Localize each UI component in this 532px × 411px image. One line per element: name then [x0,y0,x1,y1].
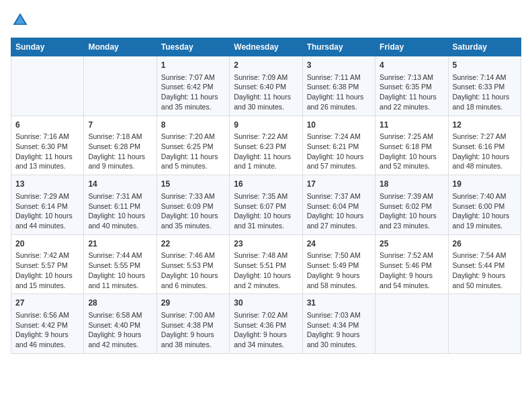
day-cell: 26Sunrise: 7:54 AM Sunset: 5:44 PM Dayli… [448,234,521,294]
day-number: 26 [453,238,517,250]
day-content: Sunrise: 7:46 AM Sunset: 5:53 PM Dayligh… [161,250,225,290]
day-number: 7 [88,120,152,131]
day-content: Sunrise: 7:33 AM Sunset: 6:09 PM Dayligh… [161,191,225,231]
day-content: Sunrise: 7:11 AM Sunset: 6:38 PM Dayligh… [307,73,371,112]
day-number: 20 [15,238,79,250]
day-content: Sunrise: 7:50 AM Sunset: 5:49 PM Dayligh… [307,250,371,290]
header-cell-monday: Monday [84,38,157,56]
header-cell-sunday: Sunday [11,38,84,56]
day-number: 27 [15,298,79,309]
day-content: Sunrise: 7:40 AM Sunset: 6:00 PM Dayligh… [453,191,517,231]
day-cell: 16Sunrise: 7:35 AM Sunset: 6:07 PM Dayli… [230,175,302,235]
day-number: 31 [307,298,371,309]
day-cell: 17Sunrise: 7:37 AM Sunset: 6:04 PM Dayli… [302,175,375,235]
day-cell: 7Sunrise: 7:18 AM Sunset: 6:28 PM Daylig… [84,116,157,175]
header-cell-wednesday: Wednesday [230,38,302,56]
day-cell: 13Sunrise: 7:29 AM Sunset: 6:14 PM Dayli… [11,175,84,235]
day-cell: 15Sunrise: 7:33 AM Sunset: 6:09 PM Dayli… [157,175,229,235]
week-row-4: 20Sunrise: 7:42 AM Sunset: 5:57 PM Dayli… [11,234,521,294]
day-cell: 11Sunrise: 7:25 AM Sunset: 6:18 PM Dayli… [375,116,448,175]
day-content: Sunrise: 7:00 AM Sunset: 4:38 PM Dayligh… [161,310,225,350]
day-cell [375,294,448,354]
day-content: Sunrise: 7:07 AM Sunset: 6:42 PM Dayligh… [161,73,225,112]
day-content: Sunrise: 7:42 AM Sunset: 5:57 PM Dayligh… [15,250,79,290]
header-cell-tuesday: Tuesday [157,38,229,56]
day-content: Sunrise: 7:54 AM Sunset: 5:44 PM Dayligh… [453,250,517,290]
day-content: Sunrise: 7:18 AM Sunset: 6:28 PM Dayligh… [88,132,152,171]
day-content: Sunrise: 7:16 AM Sunset: 6:30 PM Dayligh… [15,132,79,171]
day-content: Sunrise: 7:35 AM Sunset: 6:07 PM Dayligh… [234,191,298,231]
day-number: 9 [234,120,298,131]
day-cell [448,294,521,354]
day-cell [84,56,157,116]
week-row-2: 6Sunrise: 7:16 AM Sunset: 6:30 PM Daylig… [11,116,521,175]
week-row-3: 13Sunrise: 7:29 AM Sunset: 6:14 PM Dayli… [11,175,521,235]
day-cell [11,56,84,116]
day-content: Sunrise: 7:02 AM Sunset: 4:36 PM Dayligh… [234,310,298,350]
day-cell: 22Sunrise: 7:46 AM Sunset: 5:53 PM Dayli… [157,234,229,294]
day-content: Sunrise: 7:29 AM Sunset: 6:14 PM Dayligh… [15,191,79,231]
day-number: 24 [307,238,371,250]
day-number: 29 [161,298,225,309]
day-number: 22 [161,238,225,250]
week-row-5: 27Sunrise: 6:56 AM Sunset: 4:42 PM Dayli… [11,294,521,354]
day-content: Sunrise: 7:44 AM Sunset: 5:55 PM Dayligh… [88,250,152,290]
logo-icon [11,11,30,30]
logo [11,11,32,30]
day-content: Sunrise: 7:48 AM Sunset: 5:51 PM Dayligh… [234,250,298,290]
day-number: 4 [380,60,443,71]
day-content: Sunrise: 7:03 AM Sunset: 4:34 PM Dayligh… [307,310,371,350]
day-content: Sunrise: 7:39 AM Sunset: 6:02 PM Dayligh… [380,191,443,231]
day-number: 14 [88,179,152,190]
day-cell: 24Sunrise: 7:50 AM Sunset: 5:49 PM Dayli… [302,234,375,294]
day-cell: 10Sunrise: 7:24 AM Sunset: 6:21 PM Dayli… [302,116,375,175]
day-cell: 5Sunrise: 7:14 AM Sunset: 6:33 PM Daylig… [448,56,521,116]
day-number: 1 [161,60,225,71]
day-number: 12 [453,120,517,131]
day-number: 5 [453,60,517,71]
day-number: 16 [234,179,298,190]
day-cell: 30Sunrise: 7:02 AM Sunset: 4:36 PM Dayli… [230,294,302,354]
day-content: Sunrise: 7:27 AM Sunset: 6:16 PM Dayligh… [453,132,517,171]
day-content: Sunrise: 6:58 AM Sunset: 4:40 PM Dayligh… [88,310,152,350]
day-number: 21 [88,238,152,250]
day-cell: 14Sunrise: 7:31 AM Sunset: 6:11 PM Dayli… [84,175,157,235]
day-content: Sunrise: 7:14 AM Sunset: 6:33 PM Dayligh… [453,73,517,112]
header-cell-saturday: Saturday [448,38,521,56]
day-cell: 29Sunrise: 7:00 AM Sunset: 4:38 PM Dayli… [157,294,229,354]
day-content: Sunrise: 7:24 AM Sunset: 6:21 PM Dayligh… [307,132,371,171]
day-cell: 8Sunrise: 7:20 AM Sunset: 6:25 PM Daylig… [157,116,229,175]
day-number: 30 [234,298,298,309]
header-cell-friday: Friday [375,38,448,56]
day-cell: 9Sunrise: 7:22 AM Sunset: 6:23 PM Daylig… [230,116,302,175]
day-content: Sunrise: 7:20 AM Sunset: 6:25 PM Dayligh… [161,132,225,171]
calendar-table: SundayMondayTuesdayWednesdayThursdayFrid… [11,38,521,354]
day-cell: 23Sunrise: 7:48 AM Sunset: 5:51 PM Dayli… [230,234,302,294]
day-cell: 18Sunrise: 7:39 AM Sunset: 6:02 PM Dayli… [375,175,448,235]
day-cell: 28Sunrise: 6:58 AM Sunset: 4:40 PM Dayli… [84,294,157,354]
day-number: 15 [161,179,225,190]
day-number: 2 [234,60,298,71]
day-cell: 3Sunrise: 7:11 AM Sunset: 6:38 PM Daylig… [302,56,375,116]
day-content: Sunrise: 7:09 AM Sunset: 6:40 PM Dayligh… [234,73,298,112]
day-cell: 31Sunrise: 7:03 AM Sunset: 4:34 PM Dayli… [302,294,375,354]
day-number: 25 [380,238,443,250]
day-content: Sunrise: 7:37 AM Sunset: 6:04 PM Dayligh… [307,191,371,231]
day-cell: 4Sunrise: 7:13 AM Sunset: 6:35 PM Daylig… [375,56,448,116]
day-cell: 1Sunrise: 7:07 AM Sunset: 6:42 PM Daylig… [157,56,229,116]
day-number: 10 [307,120,371,131]
day-content: Sunrise: 7:13 AM Sunset: 6:35 PM Dayligh… [380,73,443,112]
day-cell: 25Sunrise: 7:52 AM Sunset: 5:46 PM Dayli… [375,234,448,294]
day-cell: 12Sunrise: 7:27 AM Sunset: 6:16 PM Dayli… [448,116,521,175]
day-number: 28 [88,298,152,309]
day-cell: 27Sunrise: 6:56 AM Sunset: 4:42 PM Dayli… [11,294,84,354]
day-cell: 19Sunrise: 7:40 AM Sunset: 6:00 PM Dayli… [448,175,521,235]
day-content: Sunrise: 7:31 AM Sunset: 6:11 PM Dayligh… [88,191,152,231]
week-row-1: 1Sunrise: 7:07 AM Sunset: 6:42 PM Daylig… [11,56,521,116]
day-number: 23 [234,238,298,250]
day-content: Sunrise: 7:25 AM Sunset: 6:18 PM Dayligh… [380,132,443,171]
header-cell-thursday: Thursday [302,38,375,56]
day-content: Sunrise: 7:52 AM Sunset: 5:46 PM Dayligh… [380,250,443,290]
day-cell: 6Sunrise: 7:16 AM Sunset: 6:30 PM Daylig… [11,116,84,175]
day-cell: 21Sunrise: 7:44 AM Sunset: 5:55 PM Dayli… [84,234,157,294]
